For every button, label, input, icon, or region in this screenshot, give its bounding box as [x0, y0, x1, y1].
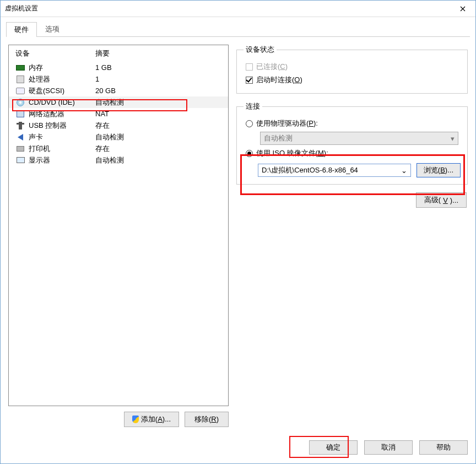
device-name: 声卡: [29, 132, 95, 142]
device-summary: 1 GB: [95, 63, 224, 72]
device-row[interactable]: 声卡自动检测: [9, 131, 228, 143]
usb-icon: [15, 121, 25, 130]
use-physical-radio[interactable]: [246, 120, 253, 127]
device-name: USB 控制器: [29, 121, 95, 131]
browse-button[interactable]: 浏览(B)...: [416, 163, 461, 177]
device-name: 网络适配器: [29, 109, 95, 119]
device-summary: 20 GB: [95, 87, 224, 95]
use-iso-label: 使用 ISO 映像文件(M):: [256, 148, 328, 158]
chevron-down-icon: ▾: [451, 134, 455, 143]
cd-icon: [15, 98, 25, 107]
device-name: CD/DVD (IDE): [29, 98, 95, 106]
device-summary: NAT: [95, 110, 224, 118]
cancel-button[interactable]: 取消: [364, 440, 413, 455]
device-name: 处理器: [29, 74, 95, 84]
connection-group: 连接 使用物理驱动器(P): 自动检测 ▾ 使用 ISO 映像文件(M):: [236, 101, 468, 185]
display-icon: [15, 156, 25, 165]
remove-button[interactable]: 移除(R): [185, 412, 229, 427]
list-header: 设备 摘要: [9, 45, 228, 62]
advanced-button[interactable]: 高级(V)...: [416, 192, 467, 208]
device-name: 显示器: [29, 155, 95, 165]
connected-checkbox: [246, 63, 253, 71]
header-device: 设备: [15, 48, 95, 58]
device-list[interactable]: 设备 摘要 内存1 GB处理器1硬盘(SCSI)20 GBCD/DVD (IDE…: [8, 45, 229, 406]
connect-on-power-label: 启动时连接(O): [256, 75, 302, 85]
device-name: 内存: [29, 63, 95, 73]
device-row[interactable]: 处理器1: [9, 73, 228, 85]
tabs: 硬件 选项: [6, 21, 470, 37]
use-iso-radio[interactable]: [246, 150, 253, 157]
device-name: 硬盘(SCSI): [29, 86, 95, 96]
device-summary: 存在: [95, 121, 224, 131]
net-icon: [15, 110, 25, 118]
device-status-legend: 设备状态: [244, 45, 277, 55]
device-row[interactable]: USB 控制器存在: [9, 120, 228, 131]
device-summary: 自动检测: [95, 132, 224, 142]
add-button[interactable]: 添加(A)...: [124, 412, 179, 427]
device-row[interactable]: 硬盘(SCSI)20 GB: [9, 85, 228, 96]
iso-path-combo[interactable]: D:\虚拟机\CentOS-6.8-x86_64 ⌄: [258, 164, 411, 177]
mem-icon: [15, 63, 25, 72]
tab-options[interactable]: 选项: [37, 21, 68, 36]
use-physical-label: 使用物理驱动器(P):: [256, 118, 318, 128]
chevron-down-icon: ⌄: [401, 166, 407, 175]
tab-hardware[interactable]: 硬件: [6, 22, 37, 37]
device-row[interactable]: 显示器自动检测: [9, 154, 228, 166]
help-button[interactable]: 帮助: [419, 440, 468, 455]
shield-icon: [132, 416, 139, 423]
titlebar: 虚拟机设置: [1, 1, 475, 17]
window-title: 虚拟机设置: [1, 4, 38, 13]
device-row[interactable]: 内存1 GB: [9, 62, 228, 73]
device-row[interactable]: CD/DVD (IDE)自动检测: [9, 96, 228, 108]
device-name: 打印机: [29, 144, 95, 154]
close-icon: [460, 6, 466, 12]
device-row[interactable]: 打印机存在: [9, 143, 228, 154]
print-icon: [15, 144, 25, 153]
device-summary: 自动检测: [95, 155, 224, 165]
cpu-icon: [15, 75, 25, 84]
connect-on-power-checkbox[interactable]: [246, 77, 253, 84]
ok-button[interactable]: 确定: [309, 440, 358, 455]
connected-label: 已连接(C): [256, 62, 288, 72]
device-summary: 存在: [95, 144, 224, 154]
physical-drive-combo: 自动检测 ▾: [260, 132, 458, 145]
close-button[interactable]: [450, 1, 475, 17]
device-summary: 1: [95, 75, 224, 83]
connection-legend: 连接: [244, 101, 262, 111]
device-row[interactable]: 网络适配器NAT: [9, 108, 228, 120]
device-summary: 自动检测: [95, 98, 224, 107]
device-status-group: 设备状态 已连接(C) 启动时连接(O): [236, 45, 468, 94]
disk-icon: [15, 87, 25, 95]
sound-icon: [15, 133, 25, 142]
header-summary: 摘要: [95, 48, 224, 58]
